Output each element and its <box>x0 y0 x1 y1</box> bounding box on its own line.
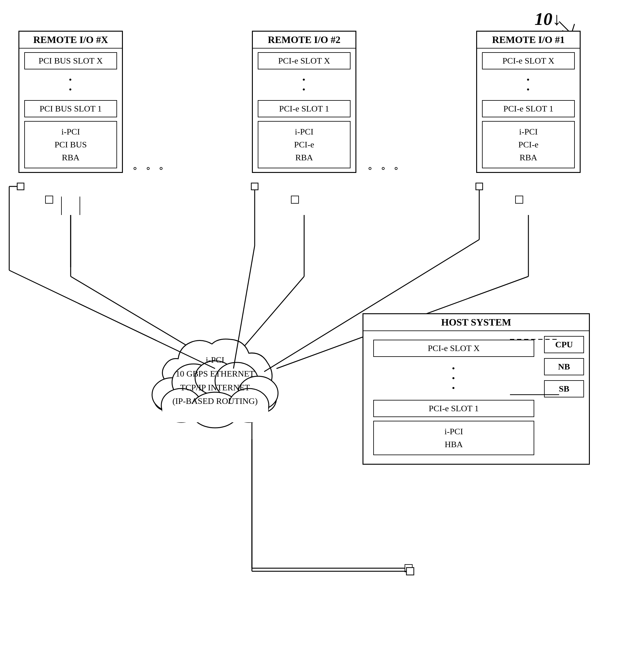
remote-x-dots: •• <box>19 73 122 96</box>
remote-x-title: REMOTE I/O #X <box>19 31 122 48</box>
host-ipci: i-PCIHBA <box>373 421 534 455</box>
cloud-label: i-PCI 10 GBPS ETHERNET TCP/IP INTERNET (… <box>172 353 258 408</box>
host-left-column: PCI-e SLOT X ••• PCI-e SLOT 1 i-PCIHBA <box>368 336 539 459</box>
hdots-x-2: ∘ ∘ ∘ <box>132 163 167 174</box>
svg-rect-41 <box>407 567 414 575</box>
svg-rect-36 <box>476 183 483 190</box>
svg-rect-29 <box>17 183 24 190</box>
svg-rect-33 <box>251 183 258 190</box>
remote-2-ipci: i-PCIPCI-eRBA <box>258 121 351 168</box>
remote-2-dots: •• <box>253 73 355 96</box>
remote-x-slot-bottom: PCI BUS SLOT 1 <box>24 100 117 117</box>
remote-x-slot-top: PCI BUS SLOT X <box>24 52 117 69</box>
diagram: 10↓ REMOTE I/O #X PCI BUS SLOT X •• PCI … <box>0 0 635 672</box>
remote-1-title: REMOTE I/O #1 <box>477 31 580 48</box>
remote-1-slot-top: PCI-e SLOT X <box>482 52 575 69</box>
host-system: HOST SYSTEM PCI-e SLOT X ••• PCI-e SLOT … <box>363 313 590 465</box>
svg-rect-11 <box>405 564 412 572</box>
remote-io-2: REMOTE I/O #2 PCI-e SLOT X •• PCI-e SLOT… <box>252 31 356 173</box>
remote-2-slot-top: PCI-e SLOT X <box>258 52 351 69</box>
diagram-label: 10↓ <box>534 8 561 29</box>
remote-2-slot-bottom: PCI-e SLOT 1 <box>258 100 351 117</box>
host-title: HOST SYSTEM <box>364 314 589 331</box>
remote-x-ipci: i-PCIPCI BUSRBA <box>24 121 117 168</box>
remote-2-title: REMOTE I/O #2 <box>253 31 355 48</box>
cpu-box: CPU <box>544 336 584 353</box>
hdots-2-1: ∘ ∘ ∘ <box>367 163 401 174</box>
svg-rect-16 <box>45 196 53 203</box>
sb-box: SB <box>544 380 584 398</box>
cloud-network: i-PCI 10 GBPS ETHERNET TCP/IP INTERNET (… <box>135 322 295 439</box>
remote-io-x: REMOTE I/O #X PCI BUS SLOT X •• PCI BUS … <box>18 31 123 173</box>
remote-1-ipci: i-PCIPCI-eRBA <box>482 121 575 168</box>
nb-box: NB <box>544 358 584 375</box>
remote-1-slot-bottom: PCI-e SLOT 1 <box>482 100 575 117</box>
svg-rect-17 <box>291 196 299 203</box>
remote-io-1: REMOTE I/O #1 PCI-e SLOT X •• PCI-e SLOT… <box>476 31 581 173</box>
host-right-column: CPU NB SB <box>544 336 584 459</box>
svg-rect-18 <box>516 196 523 203</box>
host-dots: ••• <box>368 361 539 396</box>
host-slot-bottom: PCI-e SLOT 1 <box>373 400 534 417</box>
host-inner: PCI-e SLOT X ••• PCI-e SLOT 1 i-PCIHBA C… <box>364 331 589 464</box>
remote-1-dots: •• <box>477 73 580 96</box>
host-slot-top: PCI-e SLOT X <box>373 340 534 357</box>
